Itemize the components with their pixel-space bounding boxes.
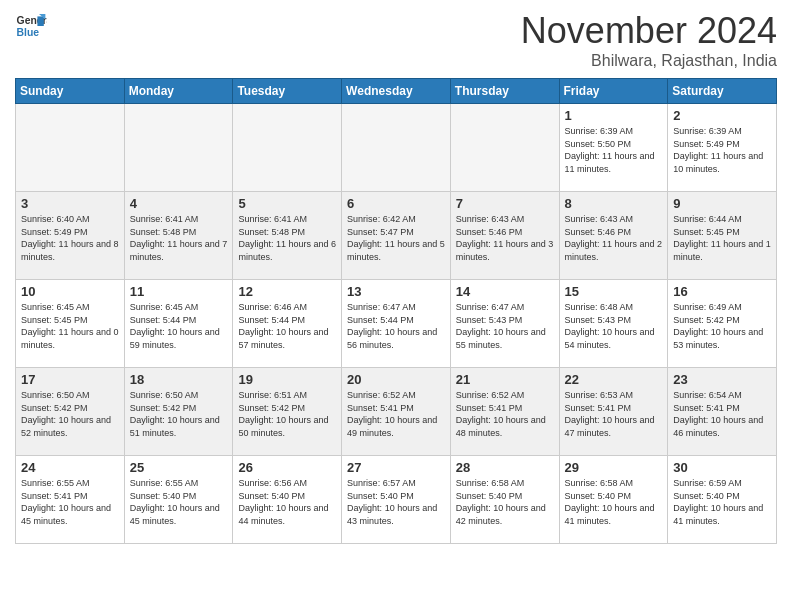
svg-marker-2 [37,16,43,26]
calendar-cell: 9Sunrise: 6:44 AM Sunset: 5:45 PM Daylig… [668,192,777,280]
svg-text:Blue: Blue [17,27,40,38]
calendar-cell: 23Sunrise: 6:54 AM Sunset: 5:41 PM Dayli… [668,368,777,456]
day-info: Sunrise: 6:47 AM Sunset: 5:43 PM Dayligh… [456,301,554,351]
calendar-cell: 1Sunrise: 6:39 AM Sunset: 5:50 PM Daylig… [559,104,668,192]
calendar-cell: 4Sunrise: 6:41 AM Sunset: 5:48 PM Daylig… [124,192,233,280]
title-block: November 2024 Bhilwara, Rajasthan, India [521,10,777,70]
calendar-cell: 7Sunrise: 6:43 AM Sunset: 5:46 PM Daylig… [450,192,559,280]
day-number: 20 [347,372,445,387]
logo-icon: General Blue [15,10,47,42]
calendar-cell: 3Sunrise: 6:40 AM Sunset: 5:49 PM Daylig… [16,192,125,280]
calendar-cell: 24Sunrise: 6:55 AM Sunset: 5:41 PM Dayli… [16,456,125,544]
day-info: Sunrise: 6:43 AM Sunset: 5:46 PM Dayligh… [565,213,663,263]
day-number: 2 [673,108,771,123]
day-info: Sunrise: 6:39 AM Sunset: 5:50 PM Dayligh… [565,125,663,175]
day-info: Sunrise: 6:45 AM Sunset: 5:45 PM Dayligh… [21,301,119,351]
calendar-cell: 25Sunrise: 6:55 AM Sunset: 5:40 PM Dayli… [124,456,233,544]
calendar-cell: 6Sunrise: 6:42 AM Sunset: 5:47 PM Daylig… [342,192,451,280]
day-info: Sunrise: 6:55 AM Sunset: 5:40 PM Dayligh… [130,477,228,527]
header-sunday: Sunday [16,79,125,104]
calendar-cell: 18Sunrise: 6:50 AM Sunset: 5:42 PM Dayli… [124,368,233,456]
calendar-cell: 21Sunrise: 6:52 AM Sunset: 5:41 PM Dayli… [450,368,559,456]
day-number: 13 [347,284,445,299]
calendar-cell: 22Sunrise: 6:53 AM Sunset: 5:41 PM Dayli… [559,368,668,456]
header-saturday: Saturday [668,79,777,104]
calendar-cell: 20Sunrise: 6:52 AM Sunset: 5:41 PM Dayli… [342,368,451,456]
calendar-cell [16,104,125,192]
day-info: Sunrise: 6:58 AM Sunset: 5:40 PM Dayligh… [456,477,554,527]
day-info: Sunrise: 6:54 AM Sunset: 5:41 PM Dayligh… [673,389,771,439]
header-wednesday: Wednesday [342,79,451,104]
day-info: Sunrise: 6:53 AM Sunset: 5:41 PM Dayligh… [565,389,663,439]
day-number: 26 [238,460,336,475]
day-info: Sunrise: 6:52 AM Sunset: 5:41 PM Dayligh… [456,389,554,439]
calendar-cell: 17Sunrise: 6:50 AM Sunset: 5:42 PM Dayli… [16,368,125,456]
calendar-cell [450,104,559,192]
calendar-cell [124,104,233,192]
day-info: Sunrise: 6:55 AM Sunset: 5:41 PM Dayligh… [21,477,119,527]
day-number: 27 [347,460,445,475]
day-number: 29 [565,460,663,475]
day-info: Sunrise: 6:44 AM Sunset: 5:45 PM Dayligh… [673,213,771,263]
week-row-0: 1Sunrise: 6:39 AM Sunset: 5:50 PM Daylig… [16,104,777,192]
day-info: Sunrise: 6:50 AM Sunset: 5:42 PM Dayligh… [130,389,228,439]
day-number: 7 [456,196,554,211]
day-info: Sunrise: 6:51 AM Sunset: 5:42 PM Dayligh… [238,389,336,439]
day-number: 28 [456,460,554,475]
calendar-cell: 8Sunrise: 6:43 AM Sunset: 5:46 PM Daylig… [559,192,668,280]
day-number: 15 [565,284,663,299]
day-info: Sunrise: 6:52 AM Sunset: 5:41 PM Dayligh… [347,389,445,439]
day-number: 9 [673,196,771,211]
day-number: 6 [347,196,445,211]
day-number: 3 [21,196,119,211]
day-info: Sunrise: 6:49 AM Sunset: 5:42 PM Dayligh… [673,301,771,351]
day-number: 5 [238,196,336,211]
header-monday: Monday [124,79,233,104]
calendar-cell: 10Sunrise: 6:45 AM Sunset: 5:45 PM Dayli… [16,280,125,368]
header-friday: Friday [559,79,668,104]
week-row-2: 10Sunrise: 6:45 AM Sunset: 5:45 PM Dayli… [16,280,777,368]
day-number: 1 [565,108,663,123]
calendar-cell [233,104,342,192]
day-number: 16 [673,284,771,299]
day-info: Sunrise: 6:56 AM Sunset: 5:40 PM Dayligh… [238,477,336,527]
logo: General Blue [15,10,47,42]
day-number: 17 [21,372,119,387]
day-number: 10 [21,284,119,299]
calendar-cell: 26Sunrise: 6:56 AM Sunset: 5:40 PM Dayli… [233,456,342,544]
week-row-4: 24Sunrise: 6:55 AM Sunset: 5:41 PM Dayli… [16,456,777,544]
day-number: 11 [130,284,228,299]
calendar-cell: 15Sunrise: 6:48 AM Sunset: 5:43 PM Dayli… [559,280,668,368]
day-info: Sunrise: 6:45 AM Sunset: 5:44 PM Dayligh… [130,301,228,351]
calendar-cell: 14Sunrise: 6:47 AM Sunset: 5:43 PM Dayli… [450,280,559,368]
day-number: 25 [130,460,228,475]
day-info: Sunrise: 6:47 AM Sunset: 5:44 PM Dayligh… [347,301,445,351]
day-number: 8 [565,196,663,211]
day-info: Sunrise: 6:41 AM Sunset: 5:48 PM Dayligh… [238,213,336,263]
day-number: 19 [238,372,336,387]
day-info: Sunrise: 6:58 AM Sunset: 5:40 PM Dayligh… [565,477,663,527]
day-info: Sunrise: 6:50 AM Sunset: 5:42 PM Dayligh… [21,389,119,439]
day-info: Sunrise: 6:40 AM Sunset: 5:49 PM Dayligh… [21,213,119,263]
day-info: Sunrise: 6:59 AM Sunset: 5:40 PM Dayligh… [673,477,771,527]
calendar-cell: 29Sunrise: 6:58 AM Sunset: 5:40 PM Dayli… [559,456,668,544]
calendar-cell: 16Sunrise: 6:49 AM Sunset: 5:42 PM Dayli… [668,280,777,368]
day-info: Sunrise: 6:39 AM Sunset: 5:49 PM Dayligh… [673,125,771,175]
calendar-cell: 5Sunrise: 6:41 AM Sunset: 5:48 PM Daylig… [233,192,342,280]
day-info: Sunrise: 6:57 AM Sunset: 5:40 PM Dayligh… [347,477,445,527]
header-thursday: Thursday [450,79,559,104]
day-number: 18 [130,372,228,387]
header-tuesday: Tuesday [233,79,342,104]
calendar-cell: 13Sunrise: 6:47 AM Sunset: 5:44 PM Dayli… [342,280,451,368]
calendar-cell: 12Sunrise: 6:46 AM Sunset: 5:44 PM Dayli… [233,280,342,368]
day-number: 12 [238,284,336,299]
calendar-table: SundayMondayTuesdayWednesdayThursdayFrid… [15,78,777,544]
day-info: Sunrise: 6:43 AM Sunset: 5:46 PM Dayligh… [456,213,554,263]
day-number: 22 [565,372,663,387]
calendar-cell [342,104,451,192]
day-info: Sunrise: 6:42 AM Sunset: 5:47 PM Dayligh… [347,213,445,263]
day-info: Sunrise: 6:46 AM Sunset: 5:44 PM Dayligh… [238,301,336,351]
calendar-cell: 30Sunrise: 6:59 AM Sunset: 5:40 PM Dayli… [668,456,777,544]
calendar-cell: 19Sunrise: 6:51 AM Sunset: 5:42 PM Dayli… [233,368,342,456]
day-number: 23 [673,372,771,387]
